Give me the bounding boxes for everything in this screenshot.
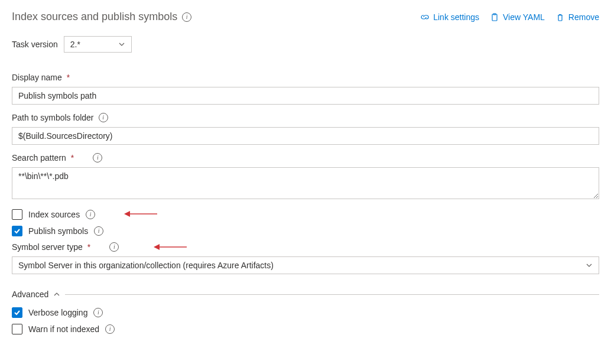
required-asterisk: * — [67, 73, 70, 82]
symbol-server-type-label: Symbol server type — [12, 242, 83, 252]
info-icon[interactable]: i — [182, 12, 191, 22]
search-pattern-label: Search pattern — [12, 153, 66, 162]
link-icon — [420, 12, 430, 22]
page-title: Index sources and publish symbols — [12, 11, 177, 23]
chevron-down-icon — [118, 41, 125, 48]
info-icon[interactable]: i — [93, 153, 102, 162]
display-name-label: Display name — [12, 73, 62, 82]
svg-rect-0 — [492, 14, 497, 21]
info-icon[interactable]: i — [99, 113, 108, 122]
info-icon[interactable]: i — [94, 226, 103, 236]
publish-symbols-label: Publish symbols — [28, 226, 88, 236]
chevron-down-icon — [586, 262, 593, 269]
required-asterisk: * — [87, 242, 90, 252]
info-icon[interactable]: i — [86, 210, 95, 219]
annotation-arrow-icon — [154, 243, 187, 251]
link-settings-button[interactable]: Link settings — [420, 12, 479, 22]
link-settings-label: Link settings — [433, 12, 479, 22]
task-version-select[interactable]: 2.* — [64, 36, 132, 53]
chevron-up-icon[interactable] — [53, 291, 60, 298]
search-pattern-input[interactable] — [12, 167, 599, 199]
annotation-arrow-icon — [124, 210, 157, 218]
clipboard-icon — [490, 12, 499, 22]
warn-if-not-indexed-label: Warn if not indexed — [28, 324, 99, 334]
verbose-logging-label: Verbose logging — [28, 308, 87, 317]
info-icon[interactable]: i — [109, 242, 119, 252]
index-sources-checkbox[interactable] — [12, 209, 22, 220]
symbol-server-type-value: Symbol Server in this organization/colle… — [18, 261, 274, 270]
task-version-value: 2.* — [70, 40, 80, 49]
symbols-folder-input[interactable] — [12, 127, 599, 145]
task-version-label: Task version — [12, 40, 58, 49]
view-yaml-label: View YAML — [503, 12, 545, 22]
remove-label: Remove — [568, 12, 599, 22]
advanced-section-title: Advanced — [12, 290, 48, 299]
trash-icon — [555, 12, 565, 22]
index-sources-label: Index sources — [28, 210, 80, 219]
info-icon[interactable]: i — [105, 324, 115, 334]
view-yaml-button[interactable]: View YAML — [490, 12, 545, 22]
display-name-input[interactable] — [12, 87, 599, 105]
check-icon — [14, 309, 21, 316]
verbose-logging-checkbox[interactable] — [12, 307, 22, 318]
info-icon[interactable]: i — [93, 308, 103, 317]
symbol-server-type-select[interactable]: Symbol Server in this organization/colle… — [12, 256, 599, 274]
warn-if-not-indexed-checkbox[interactable] — [12, 324, 22, 334]
symbols-folder-label: Path to symbols folder — [12, 113, 94, 122]
check-icon — [14, 228, 21, 235]
required-asterisk: * — [71, 153, 74, 162]
remove-button[interactable]: Remove — [555, 12, 599, 22]
publish-symbols-checkbox[interactable] — [12, 226, 22, 236]
divider — [65, 294, 599, 295]
